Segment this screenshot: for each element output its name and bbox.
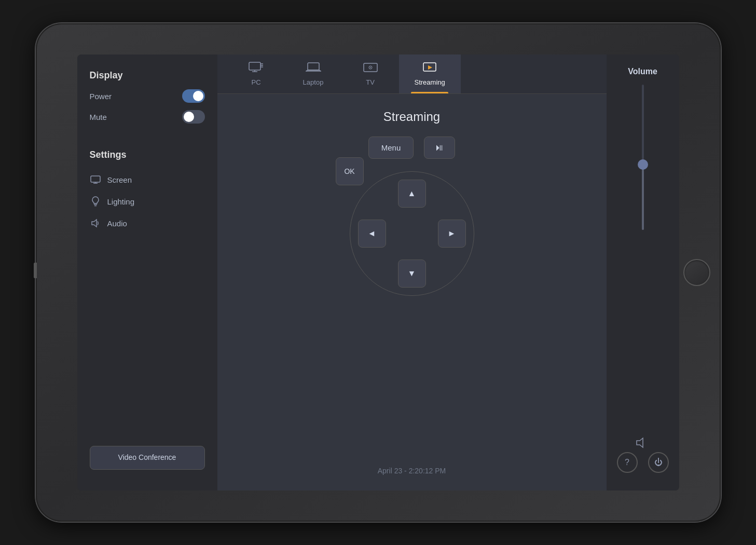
control-buttons-row: Menu ⏯ (368, 137, 456, 159)
speaker-icon (90, 217, 101, 229)
tab-tv-label: TV (366, 78, 375, 86)
tab-pc-label: PC (251, 78, 260, 86)
dpad-ok-button[interactable]: OK (336, 157, 364, 185)
streaming-area: Streaming Menu ⏯ ▲ ▼ ◄ (217, 94, 607, 491)
power-toggle-row: Power (90, 89, 205, 103)
timestamp: April 23 - 2:20:12 PM (378, 467, 446, 480)
tab-pc[interactable]: PC (228, 55, 285, 93)
help-icon: ? (625, 458, 629, 467)
tablet-screen: Display Power Mute Settings (77, 55, 679, 491)
pc-icon (249, 62, 264, 75)
power-toggle[interactable] (182, 89, 205, 103)
home-button[interactable] (683, 259, 710, 286)
svg-marker-17 (428, 65, 432, 70)
mute-toggle[interactable] (182, 110, 205, 124)
video-conference-button[interactable]: Video Conference (90, 446, 205, 470)
streaming-icon (422, 62, 437, 75)
svg-marker-18 (637, 438, 643, 447)
main-content: PC Laptop (217, 55, 607, 491)
laptop-icon (306, 62, 321, 75)
svg-marker-5 (92, 220, 97, 227)
mute-label: Mute (90, 113, 107, 121)
screen-label: Screen (107, 175, 132, 184)
svg-rect-0 (91, 176, 100, 182)
settings-section-title: Settings (90, 149, 205, 160)
play-pause-button[interactable]: ⏯ (424, 137, 455, 159)
dpad-up-icon: ▲ (408, 189, 416, 198)
tab-streaming-label: Streaming (415, 78, 445, 86)
volume-track[interactable] (642, 85, 644, 230)
volume-fill (642, 165, 644, 230)
volume-slider-container (633, 85, 653, 428)
audio-label: Audio (107, 219, 127, 228)
mute-toggle-knob (184, 112, 194, 122)
power-button[interactable]: ⏻ (648, 452, 669, 473)
settings-screen[interactable]: Screen (90, 169, 205, 190)
menu-button[interactable]: Menu (368, 137, 414, 159)
dpad-ok-label: OK (344, 167, 354, 175)
screen-icon (90, 174, 101, 185)
dpad-right-icon: ► (448, 229, 456, 238)
bottom-buttons: ? ⏻ (617, 452, 669, 478)
sidebar: Display Power Mute Settings (77, 55, 217, 491)
tab-laptop[interactable]: Laptop (285, 55, 342, 93)
svg-rect-12 (308, 63, 319, 70)
dpad-down-icon: ▼ (408, 269, 416, 278)
lightbulb-icon (90, 196, 101, 207)
dpad-container: ▲ ▼ ◄ ► OK (350, 171, 474, 296)
tab-laptop-label: Laptop (303, 78, 324, 86)
dpad-right-button[interactable]: ► (438, 220, 466, 248)
dpad-left-icon: ◄ (368, 229, 376, 238)
settings-section: Settings Screen (90, 149, 205, 234)
power-label: Power (90, 92, 112, 101)
dpad-up-button[interactable]: ▲ (398, 180, 426, 208)
tab-tv[interactable]: TV (342, 55, 399, 93)
settings-audio[interactable]: Audio (90, 212, 205, 234)
svg-point-15 (370, 67, 371, 68)
volume-icon (636, 437, 650, 452)
lighting-label: Lighting (107, 197, 135, 206)
right-panel: Volume ? ⏻ (607, 55, 679, 491)
power-toggle-knob (193, 91, 203, 101)
svg-rect-6 (249, 62, 260, 70)
volume-thumb[interactable] (638, 159, 648, 170)
tv-icon (363, 62, 378, 75)
dpad-down-button[interactable]: ▼ (398, 260, 426, 288)
side-button[interactable] (34, 263, 37, 278)
streaming-title: Streaming (383, 110, 440, 124)
dpad-left-button[interactable]: ◄ (358, 220, 386, 248)
tab-streaming[interactable]: Streaming (399, 55, 461, 93)
tablet-shell: Display Power Mute Settings (36, 23, 721, 522)
volume-label: Volume (628, 67, 657, 76)
power-icon: ⏻ (654, 458, 663, 467)
help-button[interactable]: ? (617, 452, 638, 473)
tabs-bar: PC Laptop (217, 55, 607, 94)
display-section-title: Display (90, 70, 205, 81)
mute-toggle-row: Mute (90, 110, 205, 124)
settings-lighting[interactable]: Lighting (90, 190, 205, 212)
